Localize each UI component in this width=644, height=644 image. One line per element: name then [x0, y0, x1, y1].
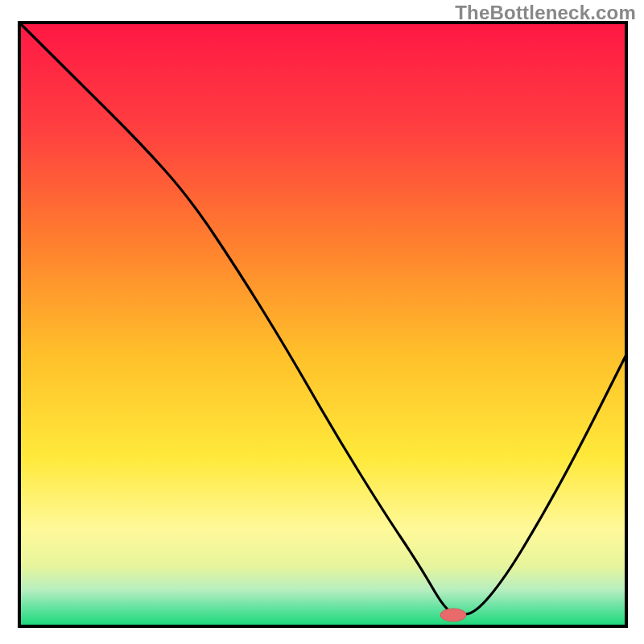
- optimal-marker: [440, 609, 466, 621]
- watermark-text: TheBottleneck.com: [455, 2, 636, 24]
- bottleneck-chart: [0, 0, 644, 644]
- chart-container: TheBottleneck.com: [0, 0, 644, 644]
